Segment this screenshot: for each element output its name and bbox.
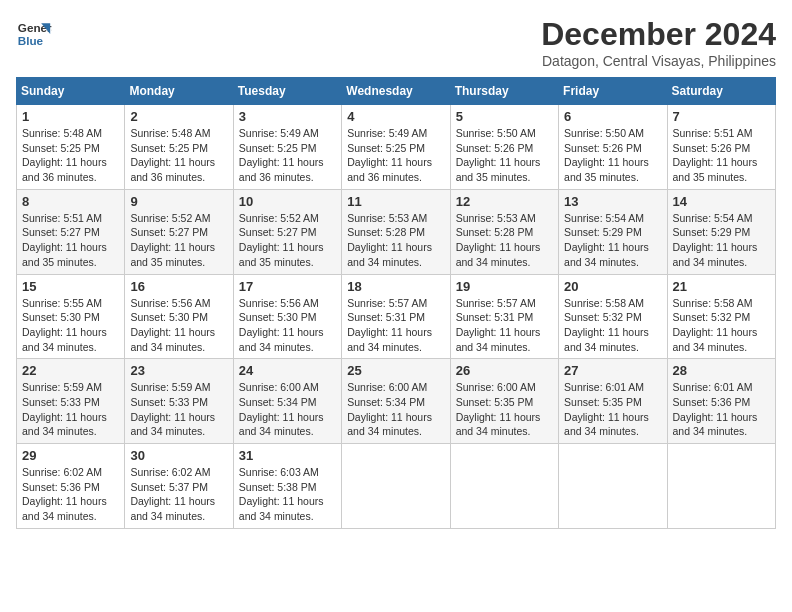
day-number: 24	[239, 363, 336, 378]
day-info: Sunrise: 5:54 AM Sunset: 5:29 PM Dayligh…	[564, 211, 661, 270]
table-cell: 13Sunrise: 5:54 AM Sunset: 5:29 PM Dayli…	[559, 189, 667, 274]
day-number: 30	[130, 448, 227, 463]
day-number: 19	[456, 279, 553, 294]
day-info: Sunrise: 5:58 AM Sunset: 5:32 PM Dayligh…	[564, 296, 661, 355]
day-info: Sunrise: 5:57 AM Sunset: 5:31 PM Dayligh…	[347, 296, 444, 355]
day-info: Sunrise: 5:59 AM Sunset: 5:33 PM Dayligh…	[130, 380, 227, 439]
day-number: 1	[22, 109, 119, 124]
week-row-3: 15Sunrise: 5:55 AM Sunset: 5:30 PM Dayli…	[17, 274, 776, 359]
main-title: December 2024	[541, 16, 776, 53]
table-cell: 14Sunrise: 5:54 AM Sunset: 5:29 PM Dayli…	[667, 189, 775, 274]
table-cell	[342, 444, 450, 529]
header-friday: Friday	[559, 78, 667, 105]
subtitle: Datagon, Central Visayas, Philippines	[541, 53, 776, 69]
header-sunday: Sunday	[17, 78, 125, 105]
table-cell: 2Sunrise: 5:48 AM Sunset: 5:25 PM Daylig…	[125, 105, 233, 190]
calendar-header-row: Sunday Monday Tuesday Wednesday Thursday…	[17, 78, 776, 105]
table-cell: 1Sunrise: 5:48 AM Sunset: 5:25 PM Daylig…	[17, 105, 125, 190]
day-number: 22	[22, 363, 119, 378]
table-cell: 9Sunrise: 5:52 AM Sunset: 5:27 PM Daylig…	[125, 189, 233, 274]
title-area: December 2024 Datagon, Central Visayas, …	[541, 16, 776, 69]
day-number: 3	[239, 109, 336, 124]
day-number: 17	[239, 279, 336, 294]
day-info: Sunrise: 5:50 AM Sunset: 5:26 PM Dayligh…	[456, 126, 553, 185]
logo-icon: General Blue	[16, 16, 52, 52]
table-cell: 16Sunrise: 5:56 AM Sunset: 5:30 PM Dayli…	[125, 274, 233, 359]
day-info: Sunrise: 6:03 AM Sunset: 5:38 PM Dayligh…	[239, 465, 336, 524]
table-cell: 22Sunrise: 5:59 AM Sunset: 5:33 PM Dayli…	[17, 359, 125, 444]
day-number: 8	[22, 194, 119, 209]
day-number: 18	[347, 279, 444, 294]
table-cell: 6Sunrise: 5:50 AM Sunset: 5:26 PM Daylig…	[559, 105, 667, 190]
day-info: Sunrise: 6:02 AM Sunset: 5:36 PM Dayligh…	[22, 465, 119, 524]
day-number: 23	[130, 363, 227, 378]
day-info: Sunrise: 5:59 AM Sunset: 5:33 PM Dayligh…	[22, 380, 119, 439]
day-info: Sunrise: 5:51 AM Sunset: 5:26 PM Dayligh…	[673, 126, 770, 185]
header-wednesday: Wednesday	[342, 78, 450, 105]
week-row-4: 22Sunrise: 5:59 AM Sunset: 5:33 PM Dayli…	[17, 359, 776, 444]
day-number: 21	[673, 279, 770, 294]
table-cell: 18Sunrise: 5:57 AM Sunset: 5:31 PM Dayli…	[342, 274, 450, 359]
day-number: 9	[130, 194, 227, 209]
day-info: Sunrise: 6:02 AM Sunset: 5:37 PM Dayligh…	[130, 465, 227, 524]
day-number: 28	[673, 363, 770, 378]
svg-text:Blue: Blue	[18, 34, 44, 47]
day-number: 14	[673, 194, 770, 209]
day-number: 10	[239, 194, 336, 209]
day-info: Sunrise: 5:49 AM Sunset: 5:25 PM Dayligh…	[239, 126, 336, 185]
header-thursday: Thursday	[450, 78, 558, 105]
day-info: Sunrise: 5:48 AM Sunset: 5:25 PM Dayligh…	[130, 126, 227, 185]
table-cell: 28Sunrise: 6:01 AM Sunset: 5:36 PM Dayli…	[667, 359, 775, 444]
day-number: 25	[347, 363, 444, 378]
day-number: 26	[456, 363, 553, 378]
day-number: 13	[564, 194, 661, 209]
day-number: 20	[564, 279, 661, 294]
day-number: 2	[130, 109, 227, 124]
table-cell: 23Sunrise: 5:59 AM Sunset: 5:33 PM Dayli…	[125, 359, 233, 444]
day-info: Sunrise: 5:56 AM Sunset: 5:30 PM Dayligh…	[130, 296, 227, 355]
header-saturday: Saturday	[667, 78, 775, 105]
day-info: Sunrise: 5:52 AM Sunset: 5:27 PM Dayligh…	[239, 211, 336, 270]
table-cell: 25Sunrise: 6:00 AM Sunset: 5:34 PM Dayli…	[342, 359, 450, 444]
table-cell: 20Sunrise: 5:58 AM Sunset: 5:32 PM Dayli…	[559, 274, 667, 359]
day-info: Sunrise: 5:56 AM Sunset: 5:30 PM Dayligh…	[239, 296, 336, 355]
page-header: General Blue December 2024 Datagon, Cent…	[16, 16, 776, 69]
table-cell: 7Sunrise: 5:51 AM Sunset: 5:26 PM Daylig…	[667, 105, 775, 190]
table-cell: 29Sunrise: 6:02 AM Sunset: 5:36 PM Dayli…	[17, 444, 125, 529]
day-info: Sunrise: 5:53 AM Sunset: 5:28 PM Dayligh…	[347, 211, 444, 270]
table-cell: 27Sunrise: 6:01 AM Sunset: 5:35 PM Dayli…	[559, 359, 667, 444]
table-cell: 24Sunrise: 6:00 AM Sunset: 5:34 PM Dayli…	[233, 359, 341, 444]
table-cell: 5Sunrise: 5:50 AM Sunset: 5:26 PM Daylig…	[450, 105, 558, 190]
table-cell: 15Sunrise: 5:55 AM Sunset: 5:30 PM Dayli…	[17, 274, 125, 359]
day-number: 31	[239, 448, 336, 463]
day-info: Sunrise: 6:01 AM Sunset: 5:36 PM Dayligh…	[673, 380, 770, 439]
day-number: 7	[673, 109, 770, 124]
table-cell: 11Sunrise: 5:53 AM Sunset: 5:28 PM Dayli…	[342, 189, 450, 274]
week-row-2: 8Sunrise: 5:51 AM Sunset: 5:27 PM Daylig…	[17, 189, 776, 274]
logo: General Blue	[16, 16, 52, 52]
week-row-1: 1Sunrise: 5:48 AM Sunset: 5:25 PM Daylig…	[17, 105, 776, 190]
day-info: Sunrise: 5:58 AM Sunset: 5:32 PM Dayligh…	[673, 296, 770, 355]
day-info: Sunrise: 5:48 AM Sunset: 5:25 PM Dayligh…	[22, 126, 119, 185]
week-row-5: 29Sunrise: 6:02 AM Sunset: 5:36 PM Dayli…	[17, 444, 776, 529]
day-info: Sunrise: 5:55 AM Sunset: 5:30 PM Dayligh…	[22, 296, 119, 355]
table-cell: 10Sunrise: 5:52 AM Sunset: 5:27 PM Dayli…	[233, 189, 341, 274]
day-info: Sunrise: 5:53 AM Sunset: 5:28 PM Dayligh…	[456, 211, 553, 270]
day-number: 27	[564, 363, 661, 378]
day-number: 11	[347, 194, 444, 209]
day-number: 15	[22, 279, 119, 294]
table-cell	[450, 444, 558, 529]
table-cell: 30Sunrise: 6:02 AM Sunset: 5:37 PM Dayli…	[125, 444, 233, 529]
table-cell	[667, 444, 775, 529]
header-tuesday: Tuesday	[233, 78, 341, 105]
table-cell: 17Sunrise: 5:56 AM Sunset: 5:30 PM Dayli…	[233, 274, 341, 359]
day-info: Sunrise: 6:00 AM Sunset: 5:34 PM Dayligh…	[239, 380, 336, 439]
table-cell	[559, 444, 667, 529]
day-number: 6	[564, 109, 661, 124]
day-info: Sunrise: 6:00 AM Sunset: 5:35 PM Dayligh…	[456, 380, 553, 439]
table-cell: 12Sunrise: 5:53 AM Sunset: 5:28 PM Dayli…	[450, 189, 558, 274]
day-info: Sunrise: 5:57 AM Sunset: 5:31 PM Dayligh…	[456, 296, 553, 355]
day-info: Sunrise: 5:51 AM Sunset: 5:27 PM Dayligh…	[22, 211, 119, 270]
day-number: 29	[22, 448, 119, 463]
day-info: Sunrise: 5:50 AM Sunset: 5:26 PM Dayligh…	[564, 126, 661, 185]
